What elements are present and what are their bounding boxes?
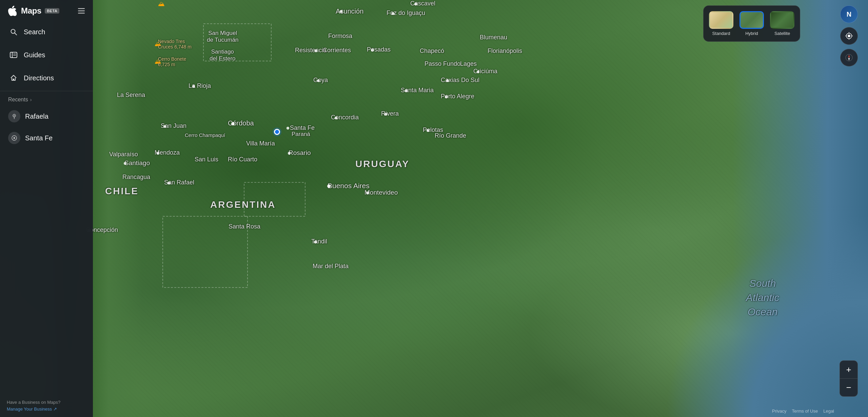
current-location-dot bbox=[274, 129, 280, 135]
city-dot bbox=[405, 90, 408, 92]
city-dot bbox=[192, 85, 195, 88]
recent-item-icon-santa-fe bbox=[8, 132, 20, 144]
map-type-hybrid[interactable]: Hybrid bbox=[738, 10, 765, 37]
svg-line-7 bbox=[15, 33, 17, 35]
recent-item-icon-rafaela bbox=[8, 110, 20, 122]
map-type-satellite[interactable]: Satellite bbox=[769, 10, 796, 37]
map-type-selector: Standard Hybrid Satellite bbox=[703, 5, 800, 42]
right-controls: N bbox=[840, 5, 858, 66]
ocean-bottom-right bbox=[665, 214, 868, 417]
svg-point-6 bbox=[11, 29, 15, 34]
recent-item-label-santa-fe: Santa Fe bbox=[25, 134, 53, 142]
city-dot bbox=[288, 152, 291, 155]
city-dot bbox=[167, 182, 170, 184]
svg-marker-24 bbox=[848, 58, 850, 61]
city-dot bbox=[317, 79, 320, 82]
search-label: Search bbox=[24, 28, 45, 36]
maps-header: Maps BETA bbox=[0, 0, 93, 20]
svg-point-15 bbox=[14, 137, 15, 139]
map-container[interactable]: ARGENTINA CHILE URUGUAY SouthAtlanticOce… bbox=[0, 0, 868, 417]
city-dot bbox=[287, 127, 289, 130]
svg-marker-23 bbox=[848, 55, 850, 58]
city-dot bbox=[163, 125, 166, 128]
svg-rect-8 bbox=[10, 52, 17, 58]
city-dot bbox=[231, 122, 235, 125]
svg-rect-5 bbox=[78, 13, 85, 14]
volcano-top: ⛰ bbox=[158, 0, 165, 8]
beta-badge: BETA bbox=[45, 8, 59, 14]
city-dot bbox=[427, 129, 429, 132]
svg-point-16 bbox=[848, 35, 850, 37]
recents-header[interactable]: Recents › bbox=[0, 93, 93, 105]
privacy-link[interactable]: Privacy bbox=[772, 409, 787, 414]
business-promo-line1: Have a Business on Maps? bbox=[7, 399, 86, 406]
map-type-hybrid-thumb bbox=[739, 11, 764, 29]
search-icon bbox=[8, 26, 19, 37]
volcano-cerro-bonete: ⛰ bbox=[155, 58, 161, 65]
directions-icon bbox=[8, 73, 19, 83]
legal-link[interactable]: Legal bbox=[823, 409, 834, 414]
sidebar-toggle-button[interactable] bbox=[77, 6, 86, 16]
directions-label: Directions bbox=[24, 74, 54, 82]
recent-item-santa-fe[interactable]: Santa Fe bbox=[0, 127, 93, 149]
city-dot bbox=[384, 113, 387, 116]
map-type-satellite-label: Satellite bbox=[774, 31, 790, 36]
volcano-tres-cruces: ⛰ bbox=[155, 40, 161, 48]
recent-item-label-rafaela: Rafaela bbox=[25, 113, 48, 120]
map-type-satellite-thumb bbox=[770, 11, 794, 29]
guides-button[interactable]: Guides bbox=[0, 43, 93, 66]
recents-chevron-icon: › bbox=[30, 97, 32, 102]
user-initial: N bbox=[847, 11, 851, 18]
svg-point-13 bbox=[14, 115, 15, 116]
city-dot bbox=[446, 79, 449, 82]
city-dot bbox=[340, 10, 342, 13]
maps-title: Maps bbox=[21, 6, 41, 16]
sidebar-divider bbox=[0, 91, 93, 91]
city-dot bbox=[327, 184, 331, 188]
city-dot bbox=[366, 192, 369, 194]
city-dot bbox=[477, 71, 479, 73]
compass-button[interactable] bbox=[840, 49, 858, 66]
apple-logo bbox=[7, 5, 18, 16]
svg-rect-3 bbox=[78, 8, 85, 9]
user-avatar[interactable]: N bbox=[840, 5, 858, 23]
map-type-hybrid-label: Hybrid bbox=[745, 31, 758, 36]
svg-rect-4 bbox=[78, 11, 85, 12]
directions-button[interactable]: Directions bbox=[0, 66, 93, 90]
manage-business-link[interactable]: Manage Your Business ↗ bbox=[7, 406, 57, 412]
city-dot bbox=[445, 96, 448, 98]
city-dot bbox=[314, 241, 317, 243]
recent-item-rafaela[interactable]: Rafaela bbox=[0, 105, 93, 127]
location-button[interactable] bbox=[840, 27, 858, 45]
manage-business-label: Manage Your Business ↗ bbox=[7, 406, 57, 412]
zoom-out-button[interactable]: − bbox=[840, 379, 857, 396]
business-footer: Have a Business on Maps? Manage Your Bus… bbox=[0, 394, 93, 417]
city-dot bbox=[414, 3, 417, 5]
map-type-standard[interactable]: Standard bbox=[708, 10, 735, 37]
city-dot bbox=[315, 49, 317, 52]
guides-icon bbox=[8, 49, 19, 60]
city-dot bbox=[335, 117, 337, 119]
city-dot bbox=[157, 152, 159, 155]
guides-label: Guides bbox=[24, 51, 45, 59]
city-dot bbox=[392, 12, 394, 15]
terms-link[interactable]: Terms of Use bbox=[792, 409, 818, 414]
attribution: Privacy Terms of Use Legal bbox=[772, 409, 834, 414]
sidebar: Maps BETA Search bbox=[0, 0, 93, 417]
map-type-standard-thumb bbox=[709, 11, 733, 29]
recents-label: Recents bbox=[8, 97, 28, 103]
map-type-standard-label: Standard bbox=[712, 31, 730, 36]
zoom-controls: + − bbox=[840, 360, 858, 397]
zoom-in-button[interactable]: + bbox=[840, 361, 857, 378]
search-button[interactable]: Search bbox=[0, 20, 93, 43]
city-dot bbox=[371, 49, 374, 52]
city-dot bbox=[124, 162, 126, 165]
